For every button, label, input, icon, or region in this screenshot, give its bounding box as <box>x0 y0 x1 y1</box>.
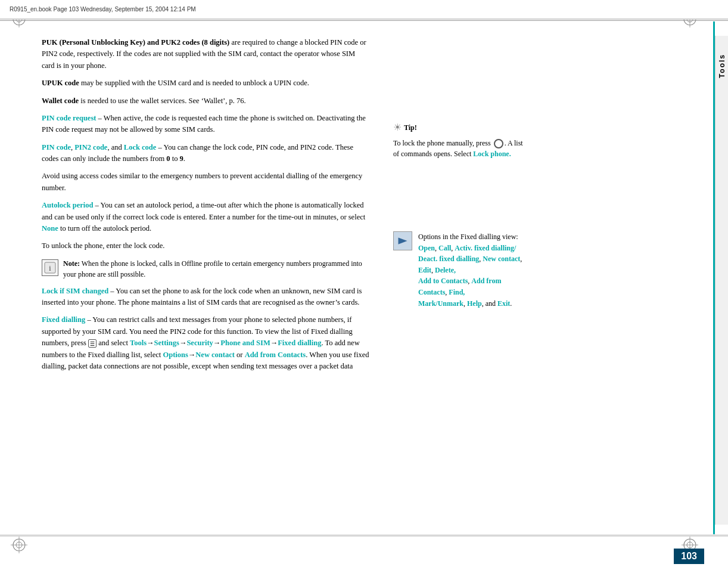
note-label: Note: <box>63 259 80 268</box>
options-label: Options in the Fixed dialling view: <box>418 233 518 241</box>
wallet-text: is needed to use the wallet services. Se… <box>80 97 245 105</box>
pin-request-paragraph: PIN code request – When active, the code… <box>42 113 369 136</box>
opt-delete: Delete, <box>435 266 456 274</box>
sun-icon: ☀ <box>393 120 402 135</box>
tip-label: Tip! <box>404 122 417 134</box>
tip-box: ☀ Tip! To lock the phone manually, press… <box>393 120 530 160</box>
tools-link: Tools <box>130 339 147 347</box>
opt-mark: Mark/Unmark <box>418 299 463 308</box>
security-link: Security <box>186 339 213 347</box>
settings-link: Settings <box>154 339 179 347</box>
lock-sim-link: Lock if SIM changed <box>42 287 108 295</box>
fixed-or: or <box>235 351 245 359</box>
arrow2: → <box>179 339 187 347</box>
opt-sep4: , <box>520 255 522 263</box>
side-tab: Tools <box>715 36 728 525</box>
avoid-paragraph: Avoid using access codes similar to the … <box>42 171 369 194</box>
opt-edit: Edit <box>418 266 431 274</box>
fixed-dialling-link2: Fixed dialling <box>278 339 321 347</box>
options-text-block: Options in the Fixed dialling view: Open… <box>418 231 530 309</box>
period1: . <box>183 154 185 163</box>
opt-and: , and <box>482 299 497 308</box>
arrow5: → <box>188 351 196 359</box>
opt-call: Call <box>438 244 451 252</box>
opt-new-contact: New contact <box>483 255 520 263</box>
phone-sim-link: Phone and SIM <box>220 339 270 347</box>
upuk-bold: UPUK code <box>42 79 79 87</box>
footer-line2 <box>0 536 728 537</box>
wallet-bold: Wallet code <box>42 97 79 105</box>
right-accent-line <box>713 21 715 534</box>
opt-exit: Exit <box>497 299 510 308</box>
side-tab-label: Tools <box>718 54 726 78</box>
puk-bold: PUK (Personal Unblocking Key) and PUK2 c… <box>42 38 229 47</box>
to-text: to <box>170 154 180 163</box>
tip-text: To lock the phone manually, press . A li… <box>393 138 530 160</box>
and-text: , and <box>107 143 123 151</box>
left-column: PUK (Personal Unblocking Key) and PUK2 c… <box>36 19 381 534</box>
wallet-paragraph: Wallet code is needed to use the wallet … <box>42 95 369 107</box>
arrow3: → <box>213 339 221 347</box>
opt-help: Help <box>467 299 482 308</box>
main-content: PUK (Personal Unblocking Key) and PUK2 c… <box>36 19 704 534</box>
page-number: 103 <box>674 549 704 564</box>
footer-line <box>0 535 728 535</box>
note-text: Note: When the phone is locked, calls in… <box>63 258 369 280</box>
upuk-text: may be supplied with the USIM card and i… <box>81 79 309 87</box>
unlock-paragraph: To unlock the phone, enter the lock code… <box>42 240 369 252</box>
right-column: ☀ Tip! To lock the phone manually, press… <box>381 19 536 534</box>
unlock-text: To unlock the phone, enter the lock code… <box>42 241 164 250</box>
puk-paragraph: PUK (Personal Unblocking Key) and PUK2 c… <box>42 37 369 72</box>
pin-codes-paragraph: PIN code, PIN2 code, and Lock code – You… <box>42 142 369 165</box>
tip-header: ☀ Tip! <box>393 120 530 135</box>
lock-sim-paragraph: Lock if SIM changed – You can set the ph… <box>42 286 369 309</box>
lock-phone-link: Lock phone. <box>473 150 511 158</box>
page-header: R0915_en.book Page 103 Wednesday, Septem… <box>0 0 728 19</box>
autolock-paragraph: Autolock period – You can set an autoloc… <box>42 200 369 234</box>
upuk-paragraph: UPUK code may be supplied with the USIM … <box>42 78 369 89</box>
header-text: R0915_en.book Page 103 Wednesday, Septem… <box>10 6 196 13</box>
add-from-contacts-link: Add from Contacts <box>245 351 306 359</box>
options-box: Options in the Fixed dialling view: Open… <box>393 231 530 309</box>
menu-button-icon <box>494 139 503 148</box>
autolock-text2: to turn off the autolock period. <box>58 224 151 233</box>
pin-request-link: PIN code request <box>42 114 96 122</box>
fixed-and-select: and select <box>98 339 130 347</box>
arrow4: → <box>270 339 278 347</box>
pin2-code-link: PIN2 code <box>74 143 107 151</box>
note-icon: i <box>42 259 58 276</box>
avoid-text: Avoid using access codes similar to the … <box>42 172 362 191</box>
pin-code-link: PIN code <box>42 143 71 151</box>
opt-add-contacts: Add to Contacts <box>418 277 468 285</box>
lock-code-link: Lock code <box>124 143 157 151</box>
opt-open: Open <box>418 244 435 252</box>
menu-icon: ☰ <box>88 339 97 348</box>
none-link: None <box>42 224 58 233</box>
options-link: Options <box>163 351 188 359</box>
new-contact-link: New contact <box>195 351 235 359</box>
crosshair-bottom-left <box>11 537 27 553</box>
opt-period: . <box>510 299 512 308</box>
note-body: When the phone is locked, calls in Offli… <box>63 259 362 278</box>
options-arrow-icon <box>393 231 412 250</box>
fixed-dialling-link: Fixed dialling <box>42 315 85 324</box>
note-box: i Note: When the phone is locked, calls … <box>42 258 369 280</box>
arrow1: → <box>147 339 154 347</box>
fixed-dialling-paragraph: Fixed dialling – You can restrict calls … <box>42 314 369 372</box>
opt-find: Find, <box>449 288 465 296</box>
autolock-link: Autolock period <box>42 201 93 209</box>
